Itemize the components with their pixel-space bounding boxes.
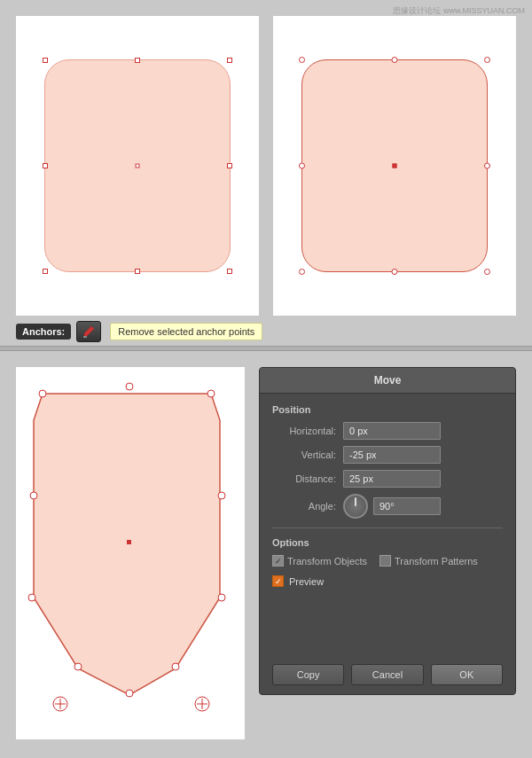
vertical-input[interactable] [343,446,441,464]
svg-marker-0 [84,326,94,336]
anchor-rtr [484,57,490,63]
transform-objects-label: Transform Objects [287,556,367,567]
svg-point-12 [218,594,225,601]
transform-objects-item: ✓ Transform Objects [272,555,367,567]
svg-point-10 [218,492,225,499]
vertical-label: Vertical: [272,449,336,460]
angle-label: Angle: [272,501,336,512]
anchor-bl [43,269,48,274]
options-divider [272,527,503,528]
anchor-rcenter [393,164,397,168]
distance-input[interactable] [343,470,441,488]
bottom-canvas [16,367,245,739]
svg-point-9 [30,492,37,499]
watermark: 思缘设计论坛 www.MISSYUAN.COM [393,5,525,17]
top-section: Anchors: Remove selected anchor points [0,0,532,346]
anchor-ml [43,163,48,168]
dialog-title: Move [260,368,515,394]
distance-label: Distance: [272,473,336,484]
top-canvases [16,16,516,316]
anchor-rbr [484,269,490,275]
tooltip-remove-anchor: Remove selected anchor points [110,323,262,340]
options-section-label: Options [272,537,503,548]
bottom-shape-svg [16,367,245,739]
anchor-rml [299,163,305,169]
transform-patterns-checkbox[interactable] [379,555,391,567]
anchor-mr [227,163,232,168]
anchors-label: Anchors: [16,324,71,340]
svg-point-8 [172,663,179,670]
svg-point-11 [28,594,35,601]
dialog-body: Position Horizontal: Vertical: Distance:… [260,394,515,657]
svg-rect-2 [127,540,131,544]
cancel-button[interactable]: Cancel [351,664,423,685]
dialog-buttons: Copy Cancel OK [260,657,515,694]
pen-icon [82,324,96,339]
remove-anchor-button[interactable] [76,321,101,342]
copy-button[interactable]: Copy [272,664,344,685]
svg-point-6 [74,663,82,670]
horizontal-input[interactable] [343,422,441,440]
toolbar-row: Anchors: Remove selected anchor points [16,316,516,346]
anchor-tr [227,58,232,63]
right-shape [301,59,488,272]
options-checkboxes: ✓ Transform Objects Transform Patterns [272,555,503,567]
transform-patterns-item: Transform Patterns [379,555,478,567]
preview-checkbox[interactable]: ✓ [272,575,284,587]
angle-input[interactable] [373,497,441,515]
vertical-row: Vertical: [272,446,503,464]
svg-rect-1 [83,336,87,338]
move-dialog: Move Position Horizontal: Vertical: Dist… [259,367,516,695]
anchor-tl [43,58,48,63]
anchor-bm [135,269,140,274]
left-canvas [16,16,259,316]
bottom-section: Move Position Horizontal: Vertical: Dist… [0,351,532,758]
horizontal-label: Horizontal: [272,426,336,436]
anchor-center [136,164,140,168]
options-section: Options ✓ Transform Objects Transform Pa… [272,537,503,567]
svg-point-3 [39,390,46,397]
transform-objects-checkbox[interactable]: ✓ [272,555,284,567]
horizontal-row: Horizontal: [272,422,503,440]
anchor-rmr [484,163,490,169]
anchor-rbm [392,269,398,275]
anchor-rtm [392,57,398,63]
left-shape [44,59,231,272]
ok-button[interactable]: OK [431,664,503,685]
angle-dial[interactable] [343,494,368,519]
svg-point-4 [126,383,133,390]
angle-row: Angle: [272,494,503,519]
anchor-br [227,269,232,274]
right-canvas [273,16,516,316]
preview-row: ✓ Preview [272,575,503,587]
position-section-label: Position [272,404,503,415]
distance-row: Distance: [272,470,503,488]
anchor-rtl [299,57,305,63]
svg-point-7 [126,690,133,697]
preview-label: Preview [289,576,324,587]
anchor-tm [135,58,140,63]
transform-patterns-label: Transform Patterns [395,556,478,567]
svg-point-5 [207,390,215,397]
anchor-rbl [299,269,305,275]
